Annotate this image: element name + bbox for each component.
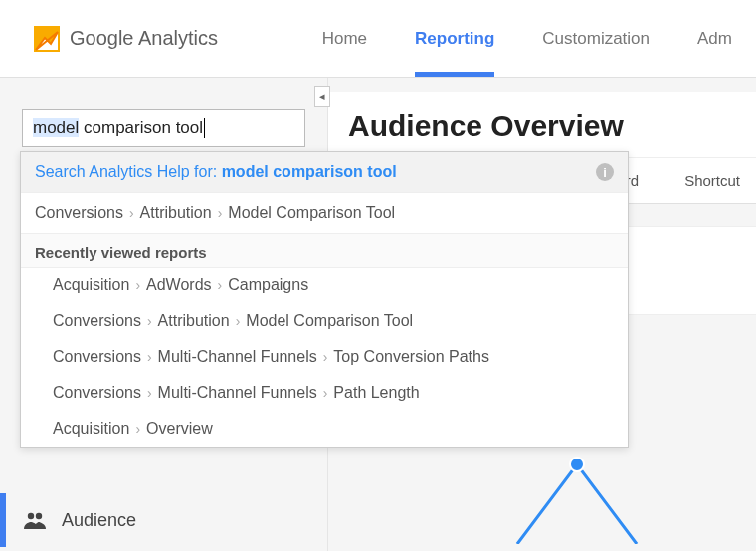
page-title-bar: Audience Overview <box>328 92 756 158</box>
info-icon: i <box>596 163 614 181</box>
chevron-right-icon: › <box>212 205 229 221</box>
recent-report-row[interactable]: Acquisition› AdWords› Campaigns <box>21 268 628 303</box>
main-nav: Home Reporting Customization Adm <box>298 0 756 77</box>
breadcrumb-part: Multi-Channel Funnels <box>158 348 317 366</box>
search-help-prefix: Search Analytics Help for: <box>35 163 222 180</box>
recent-reports-list: Acquisition› AdWords› Campaigns Conversi… <box>21 268 628 447</box>
analytics-logo-icon <box>34 26 60 52</box>
breadcrumb-part: Multi-Channel Funnels <box>158 384 317 402</box>
sidebar-item-audience[interactable]: Audience <box>0 493 327 547</box>
breadcrumb-part: Attribution <box>140 204 212 222</box>
breadcrumb-part: AdWords <box>146 276 212 294</box>
breadcrumb-part: Conversions <box>35 204 123 222</box>
recent-reports-header: Recently viewed reports <box>21 234 628 268</box>
nav-customization[interactable]: Customization <box>518 0 673 77</box>
svg-point-5 <box>570 458 584 471</box>
breadcrumb-part: Overview <box>146 420 213 438</box>
chevron-right-icon: › <box>141 313 158 329</box>
chevron-right-icon: › <box>317 385 334 401</box>
breadcrumb-part: Campaigns <box>228 276 308 294</box>
recent-report-row[interactable]: Acquisition› Overview <box>21 411 628 447</box>
search-text-rest: comparison tool <box>79 118 203 137</box>
recent-report-row[interactable]: Conversions› Multi-Channel Funnels› Top … <box>21 339 628 375</box>
breadcrumb-part: Model Comparison Tool <box>228 204 395 222</box>
report-search-input[interactable]: model comparison tool <box>22 109 305 147</box>
breadcrumb-part: Model Comparison Tool <box>246 312 413 330</box>
chevron-right-icon: › <box>129 421 146 437</box>
svg-point-4 <box>36 513 42 519</box>
nav-home[interactable]: Home <box>298 0 391 77</box>
chevron-left-icon: ◂ <box>319 91 325 103</box>
text-cursor <box>204 118 205 138</box>
page-title: Audience Overview <box>348 109 624 143</box>
chevron-right-icon: › <box>129 277 146 293</box>
chevron-right-icon: › <box>141 385 158 401</box>
chevron-right-icon: › <box>230 313 247 329</box>
audience-icon <box>24 511 46 529</box>
sidebar-item-label: Audience <box>62 510 136 531</box>
search-help-query: model comparison tool <box>222 163 397 180</box>
sidebar-collapse-handle[interactable]: ◂ <box>314 86 330 107</box>
breadcrumb-part: Acquisition <box>53 420 129 438</box>
breadcrumb-part: Acquisition <box>53 276 129 294</box>
toolbar-shortcut[interactable]: Shortcut <box>674 172 750 189</box>
chevron-right-icon: › <box>212 277 229 293</box>
svg-point-3 <box>28 513 34 519</box>
breadcrumb-part: Conversions <box>53 384 141 402</box>
chevron-right-icon: › <box>141 349 158 365</box>
search-result-row[interactable]: Conversions › Attribution › Model Compar… <box>21 193 628 234</box>
recent-report-row[interactable]: Conversions› Multi-Channel Funnels› Path… <box>21 375 628 411</box>
chevron-right-icon: › <box>123 205 140 221</box>
chevron-right-icon: › <box>317 349 334 365</box>
recent-report-row[interactable]: Conversions› Attribution› Model Comparis… <box>21 303 628 339</box>
breadcrumb-part: Attribution <box>158 312 230 330</box>
breadcrumb-part: Top Conversion Paths <box>333 348 489 366</box>
breadcrumb-part: Path Length <box>333 384 419 402</box>
breadcrumb-part: Conversions <box>53 312 141 330</box>
logo-text: Google Analytics <box>70 27 218 50</box>
breadcrumb-part: Conversions <box>53 348 141 366</box>
logo[interactable]: Google Analytics <box>34 26 218 52</box>
search-dropdown: Search Analytics Help for: model compari… <box>20 151 629 448</box>
nav-reporting[interactable]: Reporting <box>391 0 518 77</box>
nav-admin[interactable]: Adm <box>673 0 756 77</box>
search-text-highlighted: model <box>33 118 79 137</box>
search-help-row[interactable]: Search Analytics Help for: model compari… <box>21 152 628 193</box>
topbar: Google Analytics Home Reporting Customiz… <box>0 0 756 78</box>
